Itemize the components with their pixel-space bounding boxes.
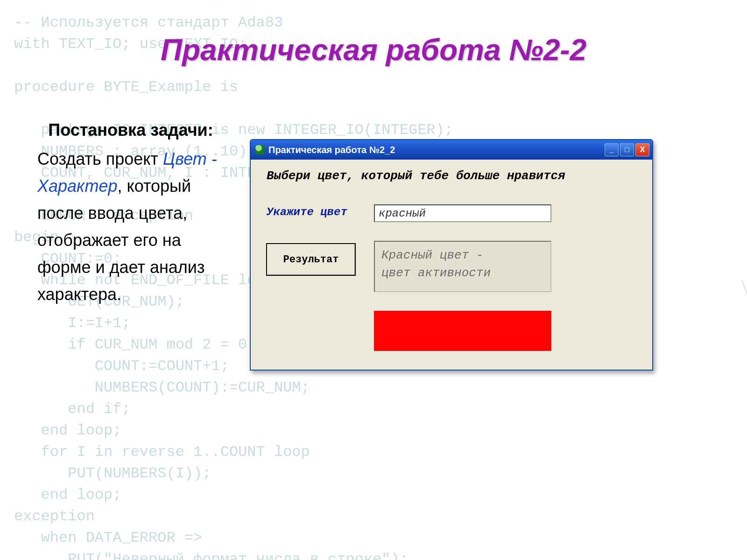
- window-titlebar[interactable]: Практическая работа №2_2 _ □ X: [251, 140, 652, 160]
- input-row: Укажите цвет: [267, 204, 636, 222]
- color-input[interactable]: [374, 204, 551, 222]
- result-row: Результат Красный цвет - цвет активности: [267, 241, 636, 292]
- color-field-label: Укажите цвет: [267, 204, 374, 218]
- window-body: Выбери цвет, который тебе больше нравитс…: [251, 160, 652, 370]
- task-body: Создать проект Цвет - Характер, который …: [37, 146, 224, 308]
- window-buttons: _ □ X: [605, 143, 649, 156]
- maximize-button[interactable]: □: [620, 143, 634, 156]
- close-button[interactable]: X: [635, 143, 649, 156]
- result-button[interactable]: Результат: [267, 244, 355, 275]
- window-title: Практическая работа №2_2: [268, 145, 601, 155]
- result-output: Красный цвет - цвет активности: [374, 241, 551, 292]
- minimize-button[interactable]: _: [605, 143, 619, 156]
- task-column: Постановка задачи: Создать проект Цвет -…: [37, 117, 224, 308]
- task-heading: Постановка задачи:: [37, 117, 224, 144]
- color-swatch: [374, 311, 551, 351]
- app-icon: [255, 145, 265, 154]
- app-window: Практическая работа №2_2 _ □ X Выбери цв…: [250, 139, 653, 371]
- prompt-text: Выбери цвет, который тебе больше нравитс…: [267, 169, 636, 183]
- slide-title: Практическая работа №2-2: [0, 33, 747, 67]
- task-body-pre: Создать проект: [37, 149, 163, 168]
